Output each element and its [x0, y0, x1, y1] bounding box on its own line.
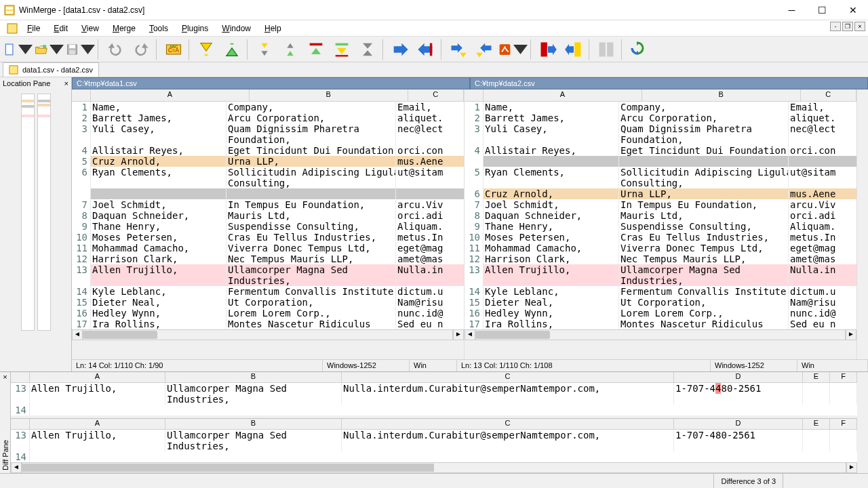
- prev-diff-button[interactable]: [220, 38, 244, 61]
- vscroll[interactable]: [857, 89, 868, 359]
- table-row[interactable]: 3Yuli Casey,Quam Dignissim Pharetra nec@…: [465, 123, 856, 134]
- col-b[interactable]: B: [250, 89, 408, 101]
- left-pane-path[interactable]: C:¥tmp¥data1.csv: [72, 77, 470, 89]
- swap-button[interactable]: [594, 38, 618, 61]
- table-row[interactable]: [72, 188, 464, 199]
- close-button[interactable]: ✕: [837, 0, 868, 20]
- table-row[interactable]: 11Mohammad Camacho,Viverra Donec Tempus …: [465, 243, 856, 253]
- statusbar: Difference 3 of 3: [0, 473, 868, 488]
- left-rows[interactable]: 1Name,Company,Email,2Barrett James,Arcu …: [72, 102, 464, 329]
- right-pane-path[interactable]: C:¥tmp¥data2.csv: [470, 77, 868, 89]
- document-tab[interactable]: data1.csv - data2.csv: [3, 62, 99, 77]
- col-a[interactable]: A: [484, 89, 642, 101]
- diff-pane-label: Diff Pane: [1, 437, 9, 473]
- copy-left-button[interactable]: [414, 38, 438, 61]
- redo-button[interactable]: [129, 38, 153, 61]
- compare-options-button[interactable]: C=AABC: [161, 38, 186, 61]
- undo-button[interactable]: [103, 38, 127, 61]
- table-row[interactable]: 15Dieter Neal,Ut Corporation,Nam@risu: [72, 297, 464, 308]
- next-diff-file-button[interactable]: [252, 38, 277, 61]
- new-button[interactable]: [3, 38, 33, 61]
- table-row[interactable]: 2Barrett James,Arcu Corporation,aliquet.: [72, 113, 464, 123]
- all-right-button[interactable]: [536, 38, 560, 61]
- copy-right-advance-button[interactable]: [446, 38, 471, 61]
- location-strip[interactable]: [21, 94, 51, 371]
- table-row[interactable]: 7Joel Schmidt,In Tempus Eu Foundation,ar…: [465, 199, 856, 210]
- left-encoding: Windows-1252: [323, 360, 410, 371]
- table-row[interactable]: 16Hedley Wynn,Lorem Lorem Corp.,nunc.id@: [72, 308, 464, 319]
- table-row[interactable]: 16Hedley Wynn,Lorem Lorem Corp.,nunc.id@: [465, 308, 856, 319]
- menu-help[interactable]: Help: [258, 22, 288, 35]
- table-row[interactable]: 5Cruz Arnold,Urna LLP,mus.Aene: [72, 156, 464, 167]
- table-row[interactable]: 14Kyle Leblanc,Fermentum Convallis Insti…: [465, 286, 856, 297]
- table-row[interactable]: 5Ryan Clements,Sollicitudin Adipiscing L…: [465, 167, 856, 178]
- last-diff-button[interactable]: [330, 38, 354, 61]
- diff-vscroll[interactable]: [857, 372, 868, 473]
- col-c[interactable]: C: [408, 89, 464, 101]
- table-row[interactable]: 11Mohammad Camacho,Viverra Donec Tempus …: [72, 243, 464, 253]
- refresh-button[interactable]: [627, 38, 651, 61]
- diff-pane-close-icon[interactable]: ×: [2, 372, 7, 382]
- table-row[interactable]: 10Moses Petersen,Cras Eu Tellus Industri…: [72, 232, 464, 243]
- prev-diff-file-button[interactable]: [278, 38, 302, 61]
- right-eol: Win: [797, 360, 868, 371]
- mdi-minimize[interactable]: -: [830, 22, 841, 31]
- table-row[interactable]: 13Allen Trujillo,Ullamcorper Magna Sed N…: [72, 264, 464, 275]
- copy-right-button[interactable]: [388, 38, 412, 61]
- first-diff-button[interactable]: [304, 38, 328, 61]
- doc-icon: [7, 23, 18, 34]
- next-diff-button[interactable]: [194, 38, 218, 61]
- titlebar: WinMerge - [data1.csv - data2.csv] ─ ☐ ✕: [0, 0, 868, 20]
- diff-hscroll[interactable]: ◄►: [11, 462, 857, 473]
- menu-edit[interactable]: Edit: [47, 22, 75, 35]
- right-hscroll[interactable]: ◄►: [465, 329, 856, 340]
- menu-tools[interactable]: Tools: [142, 22, 175, 35]
- right-rows[interactable]: 1Name,Company,Email,2Barrett James,Arcu …: [465, 102, 856, 329]
- menu-merge[interactable]: Merge: [106, 22, 142, 35]
- table-row[interactable]: 3Yuli Casey,Quam Dignissim Pharetra nec@…: [72, 123, 464, 134]
- table-row[interactable]: 4Allistair Reyes,Eget Tincidunt Dui Foun…: [72, 145, 464, 156]
- table-row[interactable]: 12Harrison Clark,Nec Tempus Mauris LLP,a…: [72, 253, 464, 264]
- table-row[interactable]: 17Ira Rollins,Montes Nascetur RidiculusS…: [72, 319, 464, 329]
- table-row[interactable]: 10Moses Petersen,Cras Eu Tellus Industri…: [465, 232, 856, 243]
- window-title: WinMerge - [data1.csv - data2.csv]: [19, 5, 776, 15]
- open-button[interactable]: [34, 38, 64, 61]
- table-row[interactable]: 1Name,Company,Email,: [465, 102, 856, 113]
- table-row[interactable]: 1Name,Company,Email,: [72, 102, 464, 113]
- menu-file[interactable]: File: [20, 22, 47, 35]
- left-hscroll[interactable]: ◄►: [72, 329, 464, 340]
- maximize-button[interactable]: ☐: [807, 0, 837, 20]
- mdi-close[interactable]: ×: [854, 22, 865, 31]
- col-c[interactable]: C: [801, 89, 856, 101]
- menu-view[interactable]: View: [75, 22, 106, 35]
- location-pane-close-icon[interactable]: ×: [64, 79, 68, 87]
- menu-window[interactable]: Window: [215, 22, 258, 35]
- save-button[interactable]: [65, 38, 95, 61]
- table-row[interactable]: 9Thane Henry,Suspendisse Consulting,Aliq…: [72, 221, 464, 232]
- table-row[interactable]: 8Daquan Schneider,Mauris Ltd,orci.adi: [72, 210, 464, 221]
- table-row[interactable]: [465, 156, 856, 167]
- table-row[interactable]: 2Barrett James,Arcu Corporation,aliquet.: [465, 113, 856, 123]
- all-left-button[interactable]: [561, 38, 586, 61]
- mdi-restore[interactable]: ❐: [842, 22, 853, 31]
- current-diff-button[interactable]: [355, 38, 380, 61]
- col-a[interactable]: A: [91, 89, 250, 101]
- table-row[interactable]: 13Allen Trujillo,Ullamcorper Magna Sed N…: [465, 264, 856, 275]
- table-row[interactable]: 9Thane Henry,Suspendisse Consulting,Aliq…: [465, 221, 856, 232]
- table-row[interactable]: 17Ira Rollins,Montes Nascetur RidiculusS…: [465, 319, 856, 329]
- col-b[interactable]: B: [642, 89, 801, 101]
- copy-left-advance-button[interactable]: [472, 38, 496, 61]
- table-row[interactable]: 7Joel Schmidt,In Tempus Eu Foundation,ar…: [72, 199, 464, 210]
- table-row[interactable]: 15Dieter Neal,Ut Corporation,Nam@risu: [465, 297, 856, 308]
- table-row[interactable]: 4Allistair Reyes,Eget Tincidunt Dui Foun…: [465, 145, 856, 156]
- settings-button[interactable]: [498, 38, 528, 61]
- table-row[interactable]: 6Cruz Arnold,Urna LLP,mus.Aene: [465, 188, 856, 199]
- table-row[interactable]: 6Ryan Clements,Sollicitudin Adipiscing L…: [72, 167, 464, 178]
- menu-plugins[interactable]: Plugins: [175, 22, 215, 35]
- minimize-button[interactable]: ─: [776, 0, 807, 20]
- table-row[interactable]: 14Kyle Leblanc,Fermentum Convallis Insti…: [72, 286, 464, 297]
- svg-rect-20: [574, 42, 580, 56]
- table-row[interactable]: 12Harrison Clark,Nec Tempus Mauris LLP,a…: [465, 253, 856, 264]
- table-row[interactable]: 8Daquan Schneider,Mauris Ltd,orci.adi: [465, 210, 856, 221]
- svg-rect-21: [599, 42, 606, 56]
